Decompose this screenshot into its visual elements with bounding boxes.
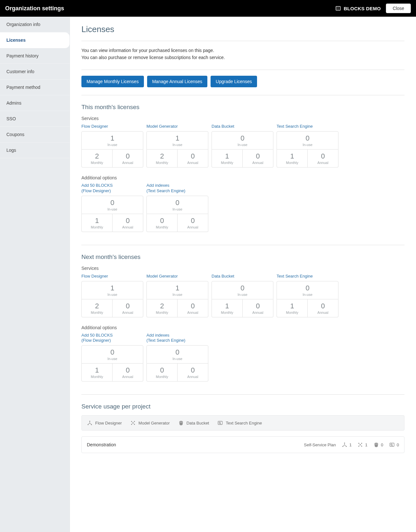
monthly-label: Monthly — [147, 225, 177, 229]
sidebar-item-logs[interactable]: Logs — [0, 142, 70, 158]
license-card: Flow Designer 1 In-use 2 Monthly 0 Annua… — [81, 124, 143, 167]
org-name: BLOCKS DEMO — [344, 6, 381, 11]
annual-value: 0 — [308, 153, 338, 160]
inuse-value: 1 — [147, 135, 208, 142]
license-annual: 0 Annual — [242, 299, 273, 317]
license-inuse: 0 In-use — [81, 345, 143, 364]
license-annual: 0 Annual — [112, 150, 143, 167]
license-monthly: 1 Monthly — [277, 299, 307, 317]
sidebar-item-payment-method[interactable]: Payment method — [0, 80, 70, 95]
monthly-label: Monthly — [82, 161, 112, 165]
annual-label: Annual — [112, 311, 143, 314]
project-data-bucket-count: 0 — [373, 442, 383, 448]
annual-value: 0 — [308, 303, 338, 310]
monthly-value: 0 — [147, 367, 177, 374]
license-annual: 0 Annual — [242, 150, 273, 167]
annual-label: Annual — [178, 161, 208, 165]
inuse-value: 0 — [212, 285, 273, 292]
license-card: Text Search Engine 0 In-use 1 Monthly 0 … — [277, 124, 338, 167]
inuse-value: 0 — [212, 135, 273, 142]
inuse-value: 1 — [82, 285, 143, 292]
subhead-services: Services — [81, 116, 404, 121]
sidebar-item-customer-info[interactable]: Customer info — [0, 64, 70, 80]
project-name: Demonstration — [87, 442, 116, 447]
license-monthly: 2 Monthly — [146, 150, 177, 167]
sidebar-item-licenses[interactable]: Licenses — [0, 32, 70, 48]
next-month-services: Flow Designer 1 In-use 2 Monthly 0 Annua… — [81, 273, 404, 317]
license-card-title: Text Search Engine — [277, 124, 338, 129]
license-inuse: 1 In-use — [81, 281, 143, 299]
monthly-value: 1 — [212, 303, 242, 310]
license-annual: 0 Annual — [307, 150, 338, 167]
license-monthly: 0 Monthly — [146, 364, 177, 382]
sidebar-item-payment-history[interactable]: Payment history — [0, 48, 70, 64]
monthly-label: Monthly — [212, 311, 242, 314]
license-card: Add 50 BLOCKS(Flow Designer) 0 In-use 1 … — [81, 333, 143, 382]
sidebar-item-admins[interactable]: Admins — [0, 95, 70, 111]
inuse-label: In-use — [277, 143, 338, 147]
license-card-title: Flow Designer — [81, 124, 143, 129]
legend-text-search: Text Search Engine — [217, 420, 262, 426]
monthly-label: Monthly — [82, 225, 112, 229]
project-model-generator-count: 1 — [357, 442, 367, 448]
monthly-label: Monthly — [277, 311, 307, 314]
inuse-label: In-use — [212, 293, 273, 296]
monthly-value: 1 — [82, 367, 112, 374]
annual-value: 0 — [178, 217, 208, 224]
license-annual: 0 Annual — [177, 150, 208, 167]
license-inuse: 0 In-use — [146, 345, 208, 364]
subhead-addons: Additional options — [81, 325, 404, 330]
license-card: Model Generator 1 In-use 2 Monthly 0 Ann… — [146, 124, 208, 167]
license-monthly: 2 Monthly — [146, 299, 177, 317]
annual-label: Annual — [112, 161, 143, 165]
annual-value: 0 — [243, 303, 273, 310]
inuse-value: 0 — [277, 285, 338, 292]
project-row[interactable]: Demonstration Self-Service Plan 1 1 0 0 — [81, 436, 404, 453]
license-monthly: 2 Monthly — [81, 150, 112, 167]
annual-value: 0 — [112, 303, 143, 310]
inuse-label: In-use — [82, 357, 143, 361]
annual-label: Annual — [178, 311, 208, 314]
inuse-value: 0 — [147, 349, 208, 356]
license-card-title: Add indexes(Text Search Engine) — [146, 183, 208, 194]
sidebar-item-organization-info[interactable]: Organization info — [0, 17, 70, 32]
divider — [81, 41, 404, 41]
manage-monthly-button[interactable]: Manage Monthly Licenses — [81, 76, 144, 87]
license-monthly: 1 Monthly — [81, 364, 112, 382]
model-generator-icon — [357, 442, 363, 448]
monthly-value: 1 — [277, 303, 307, 310]
sidebar-item-sso[interactable]: SSO — [0, 111, 70, 127]
monthly-value: 0 — [147, 217, 177, 224]
annual-label: Annual — [243, 161, 273, 165]
annual-value: 0 — [112, 217, 143, 224]
inuse-label: In-use — [147, 293, 208, 296]
upgrade-licenses-button[interactable]: Upgrade Licenses — [211, 76, 257, 87]
inuse-value: 0 — [147, 199, 208, 206]
license-annual: 0 Annual — [112, 214, 143, 232]
monthly-value: 2 — [147, 153, 177, 160]
inuse-value: 0 — [82, 349, 143, 356]
license-annual: 0 Annual — [177, 364, 208, 382]
sidebar-item-coupons[interactable]: Coupons — [0, 127, 70, 142]
annual-label: Annual — [243, 311, 273, 314]
license-inuse: 0 In-use — [277, 281, 338, 299]
annual-label: Annual — [178, 225, 208, 229]
license-annual: 0 Annual — [112, 299, 143, 317]
project-text-search-count: 0 — [389, 442, 399, 448]
manage-annual-button[interactable]: Manage Annual Licenses — [147, 76, 207, 87]
monthly-label: Monthly — [212, 161, 242, 165]
subhead-services: Services — [81, 266, 404, 271]
close-button[interactable]: Close — [386, 4, 411, 13]
legend-data-bucket: Data Bucket — [178, 420, 209, 426]
license-inuse: 0 In-use — [81, 196, 143, 214]
license-card: Text Search Engine 0 In-use 1 Monthly 0 … — [277, 273, 338, 317]
org-identifier[interactable]: BLOCKS DEMO — [335, 5, 381, 11]
license-card-title: Model Generator — [146, 273, 208, 279]
text-search-icon — [389, 442, 395, 448]
license-annual: 0 Annual — [177, 214, 208, 232]
license-inuse: 1 In-use — [81, 131, 143, 150]
license-card: Add indexes(Text Search Engine) 0 In-use… — [146, 183, 208, 232]
this-month-addons: Add 50 BLOCKS(Flow Designer) 0 In-use 1 … — [81, 183, 404, 232]
monthly-value: 2 — [82, 153, 112, 160]
annual-label: Annual — [308, 161, 338, 165]
